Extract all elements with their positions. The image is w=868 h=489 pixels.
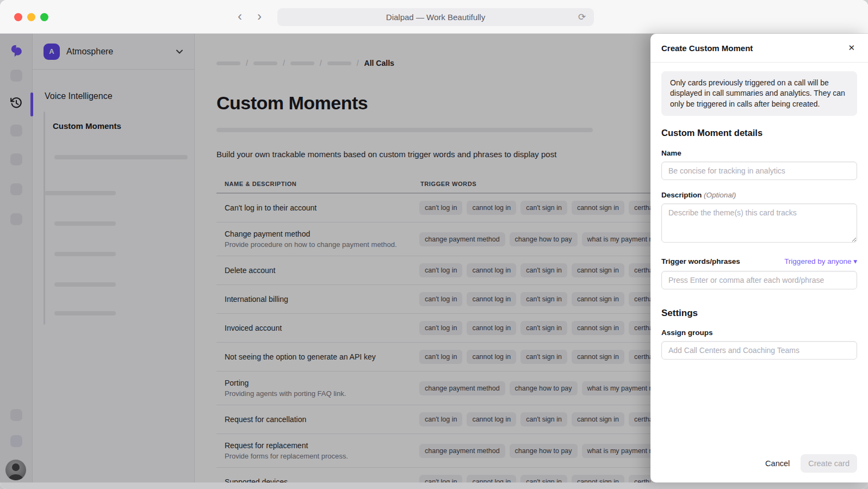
row-name: Porting: [225, 379, 408, 387]
rail-placeholder-icon[interactable]: [10, 70, 22, 82]
rail-placeholder-icon[interactable]: [10, 125, 22, 137]
description-label-text: Description: [661, 191, 702, 199]
active-nav-indicator: [30, 92, 33, 116]
traffic-lights: [14, 13, 48, 21]
triggered-by-label: Triggered by anyone: [784, 257, 851, 265]
trigger-word-chip: what is my payment method: [582, 381, 650, 395]
name-field[interactable]: [661, 162, 857, 180]
row-name: International billing: [225, 295, 408, 304]
address-bar[interactable]: Dialpad — Work Beautifully ⟳: [277, 8, 594, 26]
history-icon[interactable]: [9, 96, 23, 110]
org-switcher[interactable]: A Atmosphere: [33, 34, 194, 70]
rail-placeholder-icon[interactable]: [10, 153, 22, 165]
trigger-word-chip: what is my payment method: [582, 232, 650, 246]
column-header-name: NAME & DESCRIPTION: [225, 181, 419, 187]
sidebar-skeleton-line: [54, 311, 116, 315]
trigger-words-row: Trigger words/phrases Triggered by anyon…: [661, 257, 857, 265]
trigger-words-field[interactable]: [661, 271, 857, 289]
maximize-window-button[interactable]: [40, 13, 48, 21]
trigger-word-chip: cannot log in: [467, 201, 516, 215]
browser-chrome: ‹ › Dialpad — Work Beautifully ⟳: [0, 0, 868, 34]
table-row[interactable]: Not seeing the option to generate an API…: [216, 343, 650, 372]
breadcrumb-skeleton: [327, 61, 351, 65]
cancel-button[interactable]: Cancel: [759, 454, 796, 473]
trigger-word-chip: cannot sign in: [572, 263, 624, 277]
breadcrumb-current[interactable]: All Calls: [364, 59, 394, 67]
triggered-by-dropdown[interactable]: Triggered by anyone ▾: [784, 257, 857, 265]
row-description: Provide forms for replacement process.: [225, 452, 408, 460]
table-row[interactable]: Invoiced account can't log incannot log …: [216, 314, 650, 343]
table-row[interactable]: International billing can't log incannot…: [216, 285, 650, 314]
trigger-word-chip: can't sign in: [520, 475, 567, 482]
row-name: Request for replacement: [225, 441, 408, 450]
trigger-word-chip: cannot sign in: [572, 412, 624, 426]
org-name: Atmosphere: [66, 47, 169, 57]
trigger-word-chip: certhave trouble signing: [629, 292, 650, 306]
dialpad-logo-icon[interactable]: [8, 44, 24, 58]
minimize-window-button[interactable]: [27, 13, 35, 21]
sidebar-item-voice-intelligence[interactable]: Voice Intelligence: [45, 91, 113, 101]
table-row[interactable]: Can't log in to their account can't log …: [216, 194, 650, 222]
rail-placeholder-icon[interactable]: [10, 435, 22, 447]
browser-back-button[interactable]: ‹: [233, 8, 247, 25]
moments-table-body: Can't log in to their account can't log …: [216, 194, 650, 482]
sidebar-skeleton-line: [45, 191, 116, 195]
trigger-word-chip: can't log in: [419, 201, 462, 215]
row-name-cell: International billing: [225, 295, 419, 304]
rail-placeholder-icon[interactable]: [10, 213, 22, 225]
row-name: Request for cancellation: [225, 415, 408, 424]
row-chips: can't log incannot log incan't sign inca…: [419, 263, 650, 277]
close-icon[interactable]: ✕: [846, 42, 857, 54]
description-field[interactable]: [661, 203, 857, 243]
trigger-word-chip: change payment method: [419, 232, 505, 246]
trigger-word-chip: certhave trouble signing: [629, 321, 650, 335]
trigger-word-chip: change how to pay: [510, 444, 578, 458]
breadcrumb-skeleton: [290, 61, 314, 65]
row-chips: can't log incannot log incan't sign inca…: [419, 412, 650, 426]
trigger-word-chip: cannot log in: [467, 412, 516, 426]
trigger-word-chip: certhave trouble signing: [629, 201, 650, 215]
trigger-word-chip: can't sign in: [520, 263, 567, 277]
left-rail: [0, 34, 33, 482]
table-row[interactable]: Request for replacement Provide forms fo…: [216, 434, 650, 468]
user-avatar[interactable]: [5, 460, 26, 480]
breadcrumb-skeleton: [216, 61, 240, 65]
rail-placeholder-icon[interactable]: [10, 183, 22, 195]
table-row[interactable]: Porting Providing agents with porting FA…: [216, 372, 650, 405]
trigger-word-chip: can't log in: [419, 263, 462, 277]
row-name: Invoiced account: [225, 324, 408, 332]
table-row[interactable]: Delete account can't log incannot log in…: [216, 256, 650, 285]
table-row[interactable]: Supported devices can't log incannot log…: [216, 468, 650, 482]
row-name: Delete account: [225, 266, 408, 275]
window-bottom-edge: [0, 482, 868, 489]
sidebar-skeleton-line: [54, 155, 188, 159]
info-banner: Only cards previously triggered on a cal…: [661, 71, 857, 116]
trigger-word-chip: cannot log in: [467, 321, 516, 335]
row-name-cell: Request for replacement Provide forms fo…: [225, 441, 419, 460]
trigger-word-chip: cannot sign in: [572, 321, 624, 335]
close-window-button[interactable]: [14, 13, 22, 21]
sidebar-tree-guide: [44, 112, 45, 325]
trigger-word-chip: certhave trouble signing: [629, 475, 650, 482]
row-name-cell: Not seeing the option to generate an API…: [225, 352, 419, 361]
reload-icon[interactable]: ⟳: [575, 10, 588, 23]
trigger-word-chip: can't sign in: [520, 412, 567, 426]
sidebar-skeleton-line: [54, 282, 116, 287]
trigger-word-chip: change payment method: [419, 381, 505, 395]
row-name-cell: Invoiced account: [225, 324, 419, 332]
assign-groups-field[interactable]: [661, 341, 857, 360]
row-name: Can't log in to their account: [225, 203, 408, 212]
table-row[interactable]: Request for cancellation can't log incan…: [216, 405, 650, 434]
table-row[interactable]: Change payment method Provide procedure …: [216, 222, 650, 256]
browser-forward-button[interactable]: ›: [252, 8, 266, 25]
trigger-word-chip: certhave trouble signing: [629, 412, 650, 426]
create-card-button[interactable]: Create card: [801, 454, 857, 473]
sidebar-item-custom-moments[interactable]: Custom Moments: [53, 121, 121, 131]
row-chips: change payment methodchange how to paywh…: [419, 444, 650, 458]
trigger-word-chip: can't log in: [419, 292, 462, 306]
rail-placeholder-icon[interactable]: [10, 409, 22, 421]
trigger-word-chip: certhave trouble signing: [629, 350, 650, 364]
create-custom-moment-panel: Create Custom Moment ✕ Only cards previo…: [650, 34, 868, 482]
org-avatar: A: [44, 44, 60, 60]
row-chips: change payment methodchange how to paywh…: [419, 232, 650, 246]
